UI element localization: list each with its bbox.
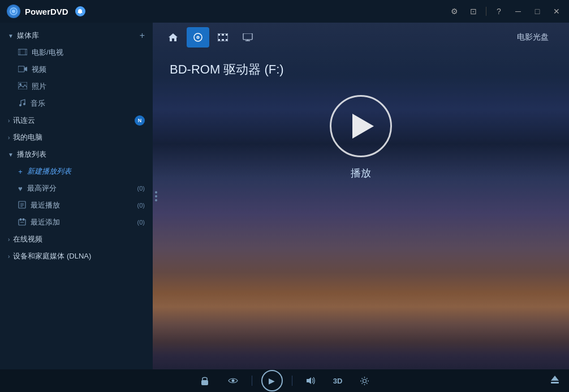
- svg-marker-36: [307, 377, 311, 384]
- arrow-right-icon-3: ›: [8, 236, 10, 243]
- arrow-right-icon-2: ›: [8, 135, 10, 141]
- svg-marker-7: [24, 67, 27, 71]
- bottom-separator-1: [252, 376, 252, 386]
- sidebar-item-online-video[interactable]: › 在线视频: [0, 231, 153, 248]
- help-button[interactable]: ?: [491, 3, 507, 19]
- video-label: 视频: [32, 64, 46, 75]
- drive-title: BD-ROM 驱动器 (F:): [170, 61, 552, 78]
- svg-rect-6: [18, 66, 24, 72]
- bottom-lock-button[interactable]: [195, 371, 214, 390]
- close-button[interactable]: ✕: [549, 3, 564, 19]
- toolbar-disc-button[interactable]: [187, 27, 209, 48]
- arrow-right-icon-4: ›: [8, 253, 10, 260]
- svg-rect-29: [222, 34, 224, 36]
- maximize-button[interactable]: □: [529, 3, 545, 19]
- photos-label: 照片: [32, 81, 46, 92]
- bottom-settings-button[interactable]: [355, 371, 374, 390]
- sidebar-item-xunlei[interactable]: › 讯连云 N: [0, 112, 153, 129]
- sidebar-collapse-handle[interactable]: [153, 187, 160, 206]
- svg-rect-17: [20, 218, 21, 221]
- media-library-label: 媒体库: [17, 31, 140, 41]
- dot-2: [155, 195, 157, 197]
- svg-rect-39: [551, 382, 559, 384]
- svg-marker-38: [551, 376, 559, 381]
- sidebar-item-movies-tv[interactable]: 电影/电视: [0, 44, 153, 61]
- bottom-eject-button[interactable]: [550, 375, 560, 386]
- logo-icon: [7, 5, 20, 18]
- sidebar-item-top-rated[interactable]: ♥ 最高评分 (0): [0, 180, 153, 197]
- add-playlist-icon: +: [18, 167, 23, 176]
- arrow-down-icon-2: ▼: [8, 152, 14, 158]
- sidebar-item-music[interactable]: 音乐: [0, 95, 153, 112]
- video-icon: [18, 66, 27, 74]
- recently-added-count: (0): [137, 219, 145, 226]
- svg-point-11: [23, 103, 25, 105]
- sidebar-item-video[interactable]: 视频: [0, 61, 153, 78]
- sidebar-item-photos[interactable]: 照片: [0, 78, 153, 95]
- top-rated-count: (0): [137, 185, 145, 192]
- svg-point-35: [231, 380, 234, 382]
- settings-button[interactable]: ⚙: [446, 3, 462, 19]
- svg-rect-18: [23, 218, 24, 221]
- bottom-3d-button[interactable]: 3D: [330, 374, 346, 387]
- sidebar-item-recent-played[interactable]: 最近播放 (0): [0, 197, 153, 214]
- svg-rect-34: [201, 380, 208, 385]
- dot-1: [155, 191, 157, 193]
- minimize-button[interactable]: ─: [510, 3, 526, 19]
- sidebar-item-new-playlist[interactable]: + 新建播放列表: [0, 163, 153, 180]
- heart-icon: ♥: [18, 184, 23, 193]
- bottom-eye-button[interactable]: [223, 371, 243, 390]
- toolbar-home-button[interactable]: [162, 27, 184, 48]
- sidebar-item-recently-added[interactable]: 最近添加 (0): [0, 214, 153, 231]
- dlna-label: 设备和家庭媒体 (DLNA): [13, 251, 145, 261]
- arrow-down-icon: ▼: [8, 33, 14, 39]
- new-playlist-label: 新建播放列表: [27, 166, 71, 176]
- bottom-bar: ▶ 3D: [0, 369, 569, 392]
- sidebar: ▼ 媒体库 + 电影/电视 视频: [0, 23, 153, 369]
- svg-rect-25: [218, 34, 220, 36]
- svg-rect-31: [243, 33, 252, 40]
- svg-rect-2: [80, 13, 81, 14]
- svg-point-1: [12, 10, 15, 13]
- sidebar-item-dlna[interactable]: › 设备和家庭媒体 (DLNA): [0, 248, 153, 265]
- toolbar-title: 电影光盘: [517, 32, 549, 42]
- movies-tv-icon: [18, 49, 27, 57]
- app-title: PowerDVD: [25, 7, 68, 16]
- play-disc-button[interactable]: [330, 95, 392, 157]
- xunlei-label: 讯连云: [13, 115, 135, 126]
- playlist-label: 播放列表: [17, 149, 145, 160]
- notification-bell[interactable]: [75, 6, 85, 16]
- recently-added-icon: [18, 218, 26, 227]
- svg-rect-3: [18, 49, 27, 55]
- divider: [486, 7, 486, 16]
- sidebar-item-my-pc[interactable]: › 我的电脑: [0, 129, 153, 146]
- sidebar-item-media-library[interactable]: ▼ 媒体库 +: [0, 27, 153, 44]
- top-rated-label: 最高评分: [27, 183, 57, 193]
- bottom-separator-2: [292, 376, 292, 386]
- movies-tv-label: 电影/电视: [32, 48, 63, 58]
- my-pc-label: 我的电脑: [13, 132, 145, 143]
- svg-rect-26: [218, 39, 220, 41]
- music-icon: [18, 99, 26, 109]
- recent-played-icon: [18, 201, 26, 210]
- svg-point-10: [19, 104, 21, 106]
- svg-marker-20: [169, 33, 178, 41]
- online-video-label: 在线视频: [13, 234, 145, 244]
- app-logo: PowerDVD: [7, 5, 85, 18]
- toolbar-tv-button[interactable]: [236, 27, 259, 48]
- toolbar-film-button[interactable]: [212, 27, 234, 48]
- svg-point-37: [363, 379, 366, 382]
- svg-rect-30: [222, 39, 224, 41]
- bottom-volume-button[interactable]: [301, 371, 321, 390]
- recent-played-count: (0): [137, 202, 145, 209]
- bottom-play-button[interactable]: ▶: [261, 370, 283, 391]
- dot-3: [155, 199, 157, 201]
- svg-rect-28: [226, 39, 227, 41]
- sidebar-item-playlist[interactable]: ▼ 播放列表: [0, 146, 153, 163]
- xunlei-badge: N: [135, 115, 145, 126]
- recent-played-label: 最近播放: [31, 200, 60, 210]
- main-layout: ▼ 媒体库 + 电影/电视 视频: [0, 23, 569, 369]
- screen-button[interactable]: ⊡: [465, 3, 481, 19]
- play-label: 播放: [170, 166, 552, 180]
- add-media-button[interactable]: +: [140, 31, 145, 41]
